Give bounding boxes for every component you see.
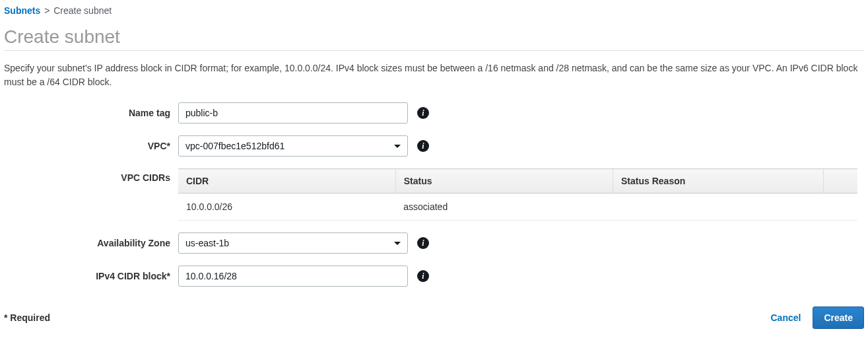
vpc-cidrs-table: CIDR Status Status Reason 10.0.0.0/26 as… <box>178 168 857 221</box>
cell-reason <box>613 194 824 221</box>
cell-status: associated <box>395 194 613 221</box>
th-status: Status <box>395 169 613 194</box>
breadcrumb-current: Create subnet <box>53 5 112 16</box>
name-tag-input[interactable] <box>178 102 408 124</box>
th-reason: Status Reason <box>613 169 824 194</box>
cell-cidr: 10.0.0.0/26 <box>178 194 395 221</box>
label-vpc: VPC* <box>4 141 178 151</box>
breadcrumb: Subnets > Create subnet <box>4 3 864 22</box>
required-note: * Required <box>4 312 50 323</box>
az-select[interactable]: us-east-1b <box>178 233 408 254</box>
cancel-button[interactable]: Cancel <box>768 307 803 328</box>
az-select-value: us-east-1b <box>185 238 229 248</box>
row-vpc: VPC* vpc-007fbec1e512bfd61 i <box>4 135 864 157</box>
label-vpc-cidrs: VPC CIDRs <box>4 168 178 183</box>
label-ipv4-cidr: IPv4 CIDR block* <box>4 271 178 281</box>
row-vpc-cidrs: VPC CIDRs CIDR Status Status Reason 10.0… <box>4 168 864 221</box>
page-description: Specify your subnet's IP address block i… <box>4 61 864 89</box>
chevron-down-icon <box>394 242 401 245</box>
vpc-select-value: vpc-007fbec1e512bfd61 <box>185 141 284 151</box>
info-icon[interactable]: i <box>417 140 429 152</box>
chevron-down-icon <box>394 145 401 148</box>
label-name-tag: Name tag <box>4 108 178 118</box>
label-az: Availability Zone <box>4 238 178 248</box>
vpc-select[interactable]: vpc-007fbec1e512bfd61 <box>178 135 408 157</box>
table-row: 10.0.0.0/26 associated <box>178 194 857 221</box>
info-icon[interactable]: i <box>417 237 429 249</box>
info-icon[interactable]: i <box>417 270 429 282</box>
page-title: Create subnet <box>4 26 864 48</box>
row-ipv4-cidr: IPv4 CIDR block* i <box>4 266 864 287</box>
footer: * Required Cancel Create <box>4 306 864 329</box>
th-cidr: CIDR <box>178 169 395 194</box>
info-icon[interactable]: i <box>417 107 429 119</box>
row-az: Availability Zone us-east-1b i <box>4 233 864 254</box>
th-spacer <box>824 169 857 194</box>
breadcrumb-separator: > <box>44 5 50 16</box>
create-button[interactable]: Create <box>813 306 864 329</box>
row-name-tag: Name tag i <box>4 102 864 124</box>
breadcrumb-parent-link[interactable]: Subnets <box>4 5 40 16</box>
title-divider <box>4 50 864 51</box>
ipv4-cidr-input[interactable] <box>178 266 408 287</box>
